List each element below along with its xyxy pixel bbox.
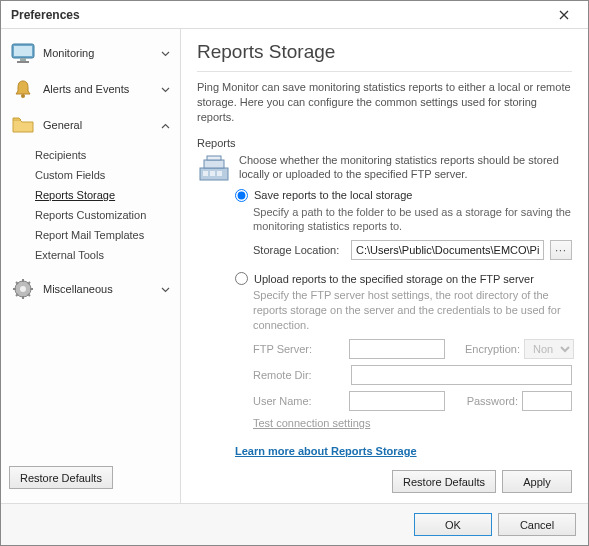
sidebar-item-external-tools[interactable]: External Tools xyxy=(31,245,180,265)
password-input[interactable] xyxy=(522,391,572,411)
ellipsis-icon: ··· xyxy=(555,245,566,256)
window-title: Preferences xyxy=(11,8,80,22)
svg-rect-3 xyxy=(17,61,29,63)
learn-more-link[interactable]: Learn more about Reports Storage xyxy=(235,445,417,457)
page-title: Reports Storage xyxy=(197,41,572,63)
radio-local-label[interactable]: Save reports to the local storage xyxy=(254,189,412,201)
sidebar-cat-monitoring[interactable]: Monitoring xyxy=(1,35,180,71)
radio-ftp-storage[interactable] xyxy=(235,272,248,285)
storage-icon xyxy=(197,153,231,183)
divider xyxy=(197,71,572,72)
encryption-label: Encryption: xyxy=(465,343,520,355)
ok-button[interactable]: OK xyxy=(414,513,492,536)
svg-point-6 xyxy=(20,286,26,292)
reports-section-desc: Choose whether the monitoring statistics… xyxy=(239,153,572,183)
sidebar-item-reports-customization[interactable]: Reports Customization xyxy=(31,205,180,225)
apply-button[interactable]: Apply xyxy=(502,470,572,493)
sidebar-sub-general: Recipients Custom Fields Reports Storage… xyxy=(1,143,180,271)
svg-point-4 xyxy=(21,94,25,98)
sidebar-item-reports-storage[interactable]: Reports Storage xyxy=(31,185,180,205)
sidebar-item-recipients[interactable]: Recipients xyxy=(31,145,180,165)
chevron-down-icon xyxy=(158,84,172,95)
folder-icon xyxy=(9,111,37,139)
svg-rect-16 xyxy=(203,171,208,176)
svg-rect-2 xyxy=(20,58,26,61)
username-input[interactable] xyxy=(349,391,445,411)
svg-line-13 xyxy=(16,294,18,296)
bell-icon xyxy=(9,75,37,103)
gear-icon xyxy=(9,275,37,303)
sidebar: Monitoring Alerts and Events General xyxy=(1,29,181,503)
sidebar-cat-alerts[interactable]: Alerts and Events xyxy=(1,71,180,107)
svg-line-11 xyxy=(16,282,18,284)
sidebar-cat-misc[interactable]: Miscellaneous xyxy=(1,271,180,307)
close-button[interactable] xyxy=(546,4,582,26)
sidebar-cat-label: General xyxy=(43,119,158,131)
chevron-down-icon xyxy=(158,284,172,295)
svg-rect-17 xyxy=(210,171,215,176)
ftp-server-input[interactable] xyxy=(349,339,445,359)
password-label: Password: xyxy=(465,395,518,407)
local-hint: Specify a path to the folder to be used … xyxy=(253,205,572,235)
sidebar-cat-label: Alerts and Events xyxy=(43,83,158,95)
storage-location-input[interactable] xyxy=(351,240,544,260)
test-connection-link[interactable]: Test connection settings xyxy=(253,417,370,429)
monitor-icon xyxy=(9,39,37,67)
svg-line-12 xyxy=(28,294,30,296)
chevron-up-icon xyxy=(158,120,172,131)
preferences-dialog: Preferences Monitoring xyxy=(0,0,589,546)
svg-rect-20 xyxy=(207,156,221,160)
radio-local-storage[interactable] xyxy=(235,189,248,202)
restore-defaults-button[interactable]: Restore Defaults xyxy=(392,470,496,493)
page-intro: Ping Monitor can save monitoring statist… xyxy=(197,80,572,125)
storage-location-label: Storage Location: xyxy=(253,244,345,256)
dialog-footer: OK Cancel xyxy=(1,503,588,545)
remote-dir-input[interactable] xyxy=(351,365,572,385)
cancel-button[interactable]: Cancel xyxy=(498,513,576,536)
svg-line-14 xyxy=(28,282,30,284)
sidebar-cat-label: Monitoring xyxy=(43,47,158,59)
username-label: User Name: xyxy=(253,395,345,407)
svg-rect-1 xyxy=(14,46,32,56)
sidebar-item-report-mail-templates[interactable]: Report Mail Templates xyxy=(31,225,180,245)
main-panel: Reports Storage Ping Monitor can save mo… xyxy=(181,29,588,503)
svg-rect-19 xyxy=(204,160,224,168)
sidebar-cat-label: Miscellaneous xyxy=(43,283,158,295)
close-icon xyxy=(559,7,569,23)
ftp-hint: Specify the FTP server host settings, th… xyxy=(253,288,572,333)
radio-ftp-label[interactable]: Upload reports to the specified storage … xyxy=(254,273,534,285)
sidebar-item-custom-fields[interactable]: Custom Fields xyxy=(31,165,180,185)
browse-button[interactable]: ··· xyxy=(550,240,572,260)
reports-section-label: Reports xyxy=(197,135,572,149)
svg-rect-18 xyxy=(217,171,222,176)
remote-dir-label: Remote Dir: xyxy=(253,369,345,381)
chevron-down-icon xyxy=(158,48,172,59)
titlebar: Preferences xyxy=(1,1,588,29)
ftp-server-label: FTP Server: xyxy=(253,343,345,355)
sidebar-cat-general[interactable]: General xyxy=(1,107,180,143)
sidebar-restore-defaults-button[interactable]: Restore Defaults xyxy=(9,466,113,489)
encryption-select[interactable]: None xyxy=(524,339,574,359)
